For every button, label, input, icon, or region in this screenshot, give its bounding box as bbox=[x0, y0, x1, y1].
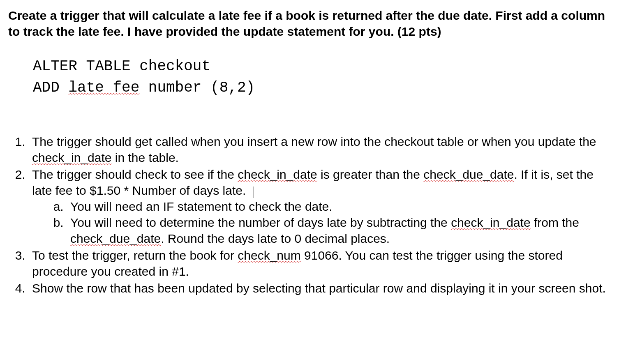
instruction-item-3: To test the trigger, return the book for… bbox=[29, 247, 611, 279]
li2b-text-b: from the bbox=[531, 216, 579, 229]
instruction-sublist-2: You will need an IF statement to check t… bbox=[32, 198, 611, 247]
li1-text-a: The trigger should get called when you i… bbox=[32, 135, 596, 148]
spellcheck-check-due-date: check_due_date bbox=[423, 168, 514, 181]
code-spellcheck-late-fee: late fee bbox=[68, 79, 139, 96]
spellcheck-check-in-date: check_in_date bbox=[451, 216, 530, 229]
instruction-item-2: The trigger should check to see if the c… bbox=[29, 166, 611, 247]
question-heading: Create a trigger that will calculate a l… bbox=[8, 7, 611, 39]
instruction-list: The trigger should get called when you i… bbox=[8, 134, 611, 296]
li1-text-b: in the table. bbox=[111, 151, 178, 164]
instruction-item-4: Show the row that has been updated by se… bbox=[29, 280, 611, 296]
spellcheck-check-num: check_num bbox=[238, 249, 300, 262]
code-line-2-prefix: ADD bbox=[33, 79, 68, 96]
code-line-2-suffix: number (8,2) bbox=[139, 79, 255, 96]
text-cursor bbox=[254, 187, 254, 198]
li2b-text-c: . Round the days late to 0 decimal place… bbox=[161, 232, 390, 245]
instruction-subitem-2b: You will need to determine the number of… bbox=[67, 214, 611, 247]
document-page: Create a trigger that will calculate a l… bbox=[0, 0, 619, 364]
li2b-text-a: You will need to determine the number of… bbox=[70, 216, 451, 229]
code-line-1: ALTER TABLE checkout bbox=[33, 58, 210, 75]
spellcheck-check-in-date: check_in_date bbox=[238, 168, 317, 181]
li2-text-a: The trigger should check to see if the bbox=[32, 168, 238, 181]
instruction-item-1: The trigger should get called when you i… bbox=[29, 134, 611, 166]
sql-code-block: ALTER TABLE checkout ADD late fee number… bbox=[33, 56, 611, 99]
instruction-subitem-2a: You will need an IF statement to check t… bbox=[67, 198, 611, 214]
li3-text-a: To test the trigger, return the book for bbox=[32, 249, 238, 262]
li2-text-b: is greater than the bbox=[317, 168, 424, 181]
spellcheck-check-due-date: check_due_date bbox=[70, 232, 161, 245]
spellcheck-check-in-date: check_in_date bbox=[32, 151, 111, 164]
